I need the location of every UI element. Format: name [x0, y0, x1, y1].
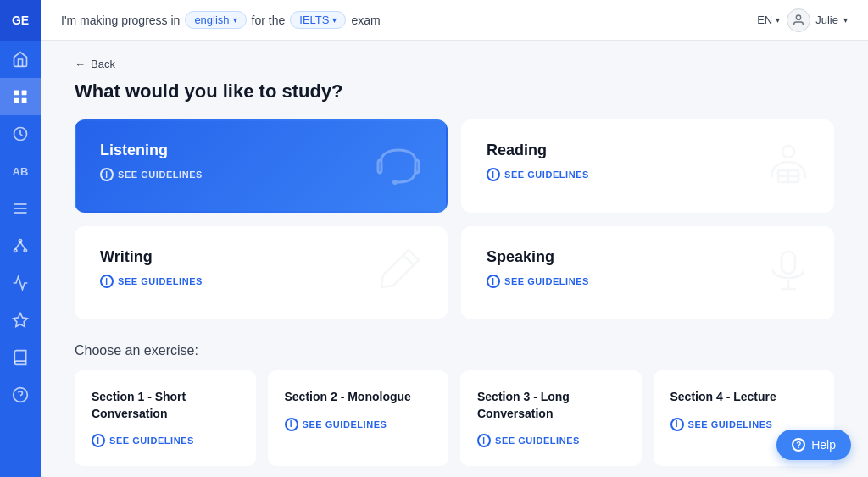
exam-label: IELTS — [299, 14, 329, 26]
exercise-guidelines-section3[interactable]: i SEE GUIDELINES — [477, 434, 625, 447]
speaking-icon — [765, 247, 812, 304]
subject-card-reading[interactable]: Reading i SEE GUIDELINES — [461, 119, 834, 213]
language-label: english — [194, 14, 229, 26]
exam-chevron-icon: ▾ — [332, 15, 337, 25]
back-arrow-icon: ← — [75, 58, 86, 70]
info-icon-section1: i — [92, 434, 105, 447]
topbar-left: I'm making progress in english ▾ for the… — [61, 11, 757, 29]
svg-rect-1 — [22, 91, 27, 96]
subjects-grid: Listening i SEE GUIDELINES — [75, 119, 834, 319]
info-icon-reading: i — [487, 168, 500, 181]
en-chevron-icon: ▾ — [776, 15, 780, 25]
sidebar-item-help[interactable] — [0, 376, 41, 413]
progress-text: I'm making progress in — [61, 14, 180, 27]
svg-rect-0 — [14, 91, 19, 96]
svg-line-12 — [20, 242, 25, 249]
sidebar-item-network[interactable] — [0, 227, 41, 264]
sidebar-item-stats[interactable] — [0, 264, 41, 302]
en-text: EN — [757, 14, 772, 26]
svg-point-10 — [24, 249, 26, 252]
exercise-name-section3: Section 3 - Long Conversation — [477, 389, 625, 422]
info-icon-section2: i — [285, 418, 298, 431]
subject-name-speaking: Speaking — [487, 248, 809, 266]
sidebar-item-dashboard[interactable] — [0, 78, 41, 115]
exam-selector[interactable]: IELTS ▾ — [290, 11, 346, 29]
user-name: Julie — [815, 14, 838, 26]
subject-card-speaking[interactable]: Speaking i SEE GUIDELINES — [461, 226, 834, 319]
sidebar-item-timer[interactable] — [0, 115, 41, 153]
exercise-name-section1: Section 1 - Short Conversation — [92, 389, 239, 422]
exercises-section-title: Choose an exercise: — [75, 343, 834, 358]
see-guidelines-reading[interactable]: i SEE GUIDELINES — [487, 168, 809, 181]
sidebar: GE AB — [0, 0, 41, 477]
info-icon-speaking: i — [487, 275, 500, 288]
svg-rect-23 — [782, 252, 795, 274]
subject-card-listening[interactable]: Listening i SEE GUIDELINES — [75, 119, 448, 213]
sidebar-logo[interactable]: GE — [0, 0, 41, 41]
info-icon-section4: i — [670, 418, 684, 431]
exam-suffix-text: exam — [351, 14, 380, 27]
svg-marker-13 — [14, 313, 28, 327]
svg-line-11 — [15, 242, 20, 249]
user-chevron-icon: ▾ — [843, 15, 848, 25]
see-guidelines-writing[interactable]: i SEE GUIDELINES — [100, 275, 422, 288]
reading-icon — [765, 140, 812, 197]
sidebar-item-vocabulary[interactable]: AB — [0, 153, 41, 190]
sidebar-item-exercises[interactable] — [0, 190, 41, 227]
help-label: Help — [811, 438, 836, 452]
page-title: What would you like to study? — [75, 80, 834, 103]
topbar: I'm making progress in english ▾ for the… — [41, 0, 868, 41]
svg-point-16 — [797, 15, 801, 19]
subject-card-writing[interactable]: Writing i SEE GUIDELINES — [75, 226, 448, 319]
svg-point-8 — [19, 240, 21, 242]
info-icon-writing: i — [100, 275, 114, 288]
exercise-card-section1[interactable]: Section 1 - Short Conversation i SEE GUI… — [75, 370, 256, 466]
language-chevron-icon: ▾ — [233, 15, 237, 25]
back-label: Back — [91, 58, 115, 70]
topbar-right: EN ▾ Julie ▾ — [757, 8, 848, 32]
sidebar-item-library[interactable] — [0, 339, 41, 376]
sidebar-item-home[interactable] — [0, 41, 41, 78]
exercise-card-section2[interactable]: Section 2 - Monologue i SEE GUIDELINES — [268, 370, 449, 466]
listening-icon — [371, 133, 426, 197]
exercise-name-section2: Section 2 - Monologue — [285, 389, 432, 406]
writing-icon — [375, 243, 426, 304]
svg-point-9 — [14, 249, 17, 252]
svg-rect-3 — [22, 98, 27, 103]
avatar — [787, 8, 810, 32]
exercises-grid: Section 1 - Short Conversation i SEE GUI… — [75, 370, 834, 466]
info-icon-section3: i — [477, 434, 491, 447]
info-icon-listening: i — [100, 168, 114, 181]
content-area: ← Back What would you like to study? Lis… — [41, 41, 868, 477]
help-button[interactable]: ? Help — [776, 430, 851, 460]
subject-name-reading: Reading — [487, 141, 809, 159]
exercise-guidelines-section1[interactable]: i SEE GUIDELINES — [92, 434, 239, 447]
svg-point-17 — [392, 180, 398, 185]
svg-line-22 — [403, 255, 414, 265]
main-area: I'm making progress in english ▾ for the… — [41, 0, 868, 477]
sidebar-item-goals[interactable] — [0, 302, 41, 339]
back-button[interactable]: ← Back — [75, 58, 115, 70]
subject-name-writing: Writing — [100, 248, 422, 266]
language-switcher[interactable]: EN ▾ — [757, 14, 780, 26]
language-selector[interactable]: english ▾ — [185, 11, 246, 29]
see-guidelines-speaking[interactable]: i SEE GUIDELINES — [487, 275, 809, 288]
user-menu[interactable]: Julie ▾ — [787, 8, 848, 32]
svg-point-18 — [782, 146, 794, 158]
for-the-text: for the — [252, 14, 286, 27]
svg-rect-2 — [14, 98, 19, 103]
exercise-name-section4: Section 4 - Lecture — [670, 389, 818, 406]
exercise-card-section3[interactable]: Section 3 - Long Conversation i SEE GUID… — [460, 370, 642, 466]
help-icon: ? — [792, 438, 805, 452]
exercise-guidelines-section2[interactable]: i SEE GUIDELINES — [285, 418, 432, 431]
